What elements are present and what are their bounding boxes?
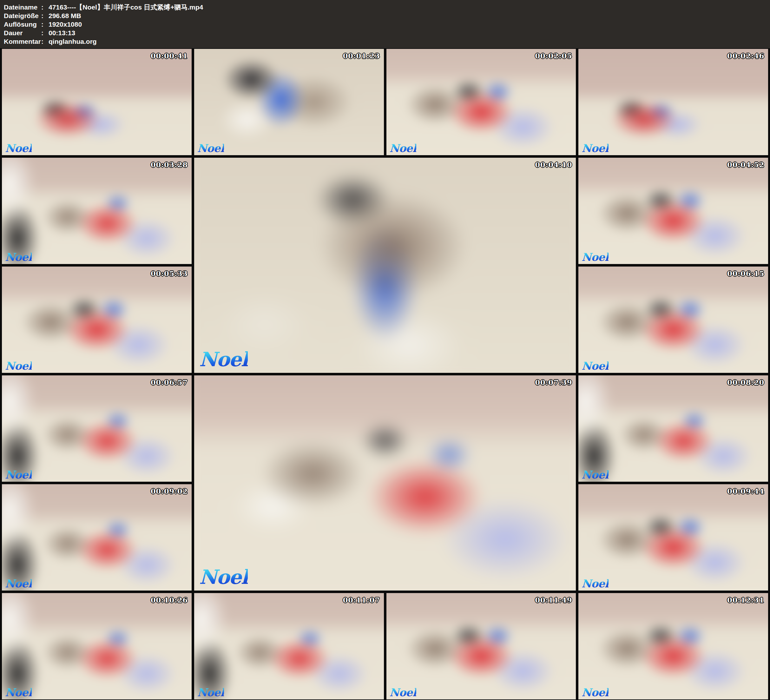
noel-watermark: Noel xyxy=(5,360,32,372)
video-thumbnail: 00:10:26 Noel xyxy=(2,593,192,699)
resolution-value: 1920x1080 xyxy=(49,20,82,29)
thumbnail-placeholder xyxy=(2,484,192,590)
timestamp-overlay: 00:12:31 xyxy=(727,596,764,604)
thumbnail-placeholder xyxy=(194,158,576,373)
field-label: Dauer xyxy=(4,29,41,37)
noel-watermark: Noel xyxy=(5,251,32,263)
field-label: Auflösung xyxy=(4,20,41,29)
timestamp-overlay: 00:02:05 xyxy=(535,52,572,60)
noel-watermark: Noel xyxy=(5,686,32,699)
timestamp-overlay: 00:02:46 xyxy=(727,52,764,60)
thumbnail-placeholder xyxy=(194,375,576,590)
thumbnail-placeholder xyxy=(578,484,768,590)
timestamp-overlay: 00:06:15 xyxy=(727,269,764,278)
video-thumbnail: 00:08:20 Noel xyxy=(578,375,768,482)
filename-value: 47163----【Noel】丰川祥子cos 日式紧缚+驷马.mp4 xyxy=(49,3,203,11)
timestamp-overlay: 00:07:39 xyxy=(535,378,572,387)
file-info-row-dauer: Dauer : 00:13:13 xyxy=(4,29,766,37)
timestamp-overlay: 00:00:41 xyxy=(151,52,188,60)
field-label: Dateigröße xyxy=(4,11,41,20)
thumbnail-placeholder xyxy=(194,593,384,699)
filesize-value: 296.68 MB xyxy=(49,11,81,20)
noel-watermark: Noel xyxy=(582,468,608,481)
thumbnail-placeholder xyxy=(194,49,384,155)
noel-watermark: Noel xyxy=(390,686,416,699)
field-separator: : xyxy=(41,20,49,29)
noel-watermark: Noel xyxy=(582,142,608,154)
thumbnail-placeholder xyxy=(578,49,768,155)
thumbnail-placeholder xyxy=(2,49,192,155)
noel-watermark: Noel xyxy=(582,577,608,590)
noel-watermark: Noel xyxy=(197,686,224,699)
video-thumbnail: 00:06:57 Noel xyxy=(2,375,192,482)
timestamp-overlay: 00:05:33 xyxy=(151,269,188,278)
thumbnail-placeholder xyxy=(2,593,192,699)
video-thumbnail: 00:03:28 Noel xyxy=(2,158,192,264)
timestamp-overlay: 00:09:02 xyxy=(151,487,188,495)
field-label: Dateiname xyxy=(4,3,41,11)
field-separator: : xyxy=(41,29,49,37)
timestamp-overlay: 00:10:26 xyxy=(151,596,188,604)
timestamp-overlay: 00:06:57 xyxy=(151,378,188,387)
video-thumbnail: 00:00:41 Noel xyxy=(2,49,192,155)
timestamp-overlay: 00:04:52 xyxy=(727,160,764,169)
timestamp-overlay: 00:08:20 xyxy=(727,378,764,387)
thumbnail-placeholder xyxy=(2,375,192,482)
timestamp-overlay: 00:01:23 xyxy=(343,52,380,60)
file-info-row-aufloesung: Auflösung : 1920x1080 xyxy=(4,20,766,29)
noel-watermark: Noel xyxy=(582,686,608,699)
noel-watermark: Noel xyxy=(5,142,32,154)
video-thumbnail: 00:02:05 Noel xyxy=(387,49,576,155)
video-thumbnail-large: 00:04:10 Noel xyxy=(194,158,576,373)
video-thumbnail: 00:02:46 Noel xyxy=(578,49,768,155)
timestamp-overlay: 00:04:10 xyxy=(535,160,572,169)
duration-value: 00:13:13 xyxy=(49,29,75,37)
video-thumbnail: 00:05:33 Noel xyxy=(2,267,192,373)
video-thumbnail: 00:12:31 Noel xyxy=(578,593,768,699)
video-thumbnail: 00:01:23 Noel xyxy=(194,49,384,155)
timestamp-overlay: 00:11:49 xyxy=(535,596,572,604)
file-info-header: Dateiname : 47163----【Noel】丰川祥子cos 日式紧缚+… xyxy=(0,0,770,48)
video-thumbnail: 00:06:15 Noel xyxy=(578,267,768,373)
timestamp-overlay: 00:03:28 xyxy=(151,160,188,169)
field-separator: : xyxy=(41,11,49,20)
noel-watermark: Noel xyxy=(390,142,416,154)
field-label: Kommentar xyxy=(4,37,41,46)
noel-watermark: Noel xyxy=(5,468,32,481)
file-info-row-dateiname: Dateiname : 47163----【Noel】丰川祥子cos 日式紧缚+… xyxy=(4,3,766,11)
thumbnail-placeholder xyxy=(578,593,768,699)
video-thumbnail: 00:09:44 Noel xyxy=(578,484,768,590)
noel-watermark: Noel xyxy=(199,566,248,589)
video-thumbnail: 00:11:07 Noel xyxy=(194,593,384,699)
file-info-row-kommentar: Kommentar : qinglanhua.org xyxy=(4,37,766,46)
thumbnail-placeholder xyxy=(387,593,576,699)
noel-watermark: Noel xyxy=(199,348,248,371)
thumbnail-placeholder xyxy=(578,267,768,373)
thumbnail-placeholder xyxy=(578,375,768,482)
video-thumbnail: 00:09:02 Noel xyxy=(2,484,192,590)
noel-watermark: Noel xyxy=(582,251,608,263)
thumbnail-placeholder xyxy=(2,267,192,373)
thumbnail-placeholder xyxy=(2,158,192,264)
thumbnail-grid: 00:00:41 Noel 00:01:23 Noel 00:02:05 Noe… xyxy=(0,48,770,700)
thumbnail-placeholder xyxy=(578,158,768,264)
video-thumbnail-large: 00:07:39 Noel xyxy=(194,375,576,590)
video-thumbnail: 00:04:52 Noel xyxy=(578,158,768,264)
thumbnail-placeholder xyxy=(387,49,576,155)
noel-watermark: Noel xyxy=(197,142,224,154)
timestamp-overlay: 00:11:07 xyxy=(343,596,380,604)
field-separator: : xyxy=(41,3,49,11)
file-info-row-dateigroesse: Dateigröße : 296.68 MB xyxy=(4,11,766,20)
noel-watermark: Noel xyxy=(582,360,608,372)
noel-watermark: Noel xyxy=(5,577,32,590)
video-thumbnail: 00:11:49 Noel xyxy=(387,593,576,699)
comment-value: qinglanhua.org xyxy=(49,37,97,46)
timestamp-overlay: 00:09:44 xyxy=(727,487,764,495)
field-separator: : xyxy=(41,37,49,46)
